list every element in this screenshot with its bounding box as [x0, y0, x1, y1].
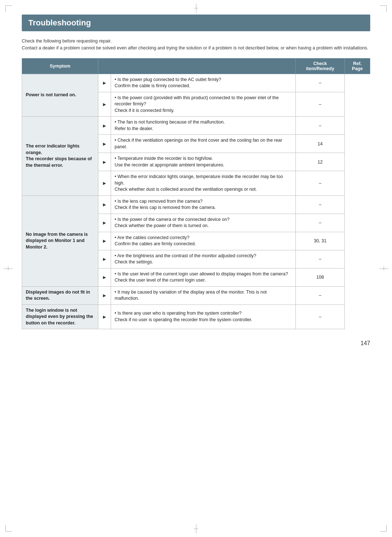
- ref-cell: 30, 31: [295, 232, 344, 250]
- arrow-icon: ►: [98, 195, 111, 214]
- ref-cell: –: [295, 250, 344, 268]
- header-symptom: Symptom: [22, 58, 98, 74]
- ref-cell: –: [295, 304, 344, 329]
- arrow-icon: ►: [98, 268, 111, 286]
- corner-mark-tr: [380, 5, 387, 12]
- table-row: The login window is not displayed even b…: [22, 304, 370, 329]
- ref-cell: 14: [295, 135, 344, 153]
- ref-cell: –: [295, 92, 344, 117]
- symptom-cell-3: Displayed images do not fit in the scree…: [22, 286, 98, 304]
- table-row: Displayed images do not fit in the scree…: [22, 286, 370, 304]
- play-right-icon: ►: [102, 314, 107, 320]
- corner-mark-tl: [5, 5, 12, 12]
- arrow-icon: ►: [98, 214, 111, 232]
- remedy-cell: • Check if the ventilation openings on t…: [111, 135, 295, 153]
- left-center-mark: [4, 266, 13, 271]
- play-right-icon: ►: [102, 256, 107, 262]
- ref-cell: –: [295, 195, 344, 214]
- ref-cell: 12: [295, 153, 344, 171]
- play-right-icon: ►: [102, 101, 107, 107]
- remedy-cell: • When the error indicator lights orange…: [111, 171, 295, 196]
- top-center-mark: [194, 4, 198, 13]
- play-right-icon: ►: [102, 202, 107, 207]
- remedy-cell: • Temperature inside the recorder is too…: [111, 153, 295, 171]
- play-right-icon: ►: [102, 123, 107, 129]
- intro-block: Check the following before requesting re…: [22, 38, 370, 52]
- play-right-icon: ►: [102, 292, 107, 298]
- ref-cell: –: [295, 74, 344, 92]
- remedy-cell: • Is the lens cap removed from the camer…: [111, 195, 295, 214]
- table-row: No image from the camera is displayed on…: [22, 195, 370, 214]
- right-center-mark: [379, 266, 388, 271]
- arrow-icon: ►: [98, 135, 111, 153]
- table-row: The error indicator lights orange.The re…: [22, 117, 370, 135]
- remedy-cell: • It may be caused by variation of the d…: [111, 286, 295, 304]
- arrow-icon: ►: [98, 232, 111, 250]
- remedy-cell: • Is the user level of the current login…: [111, 268, 295, 286]
- symptom-cell-0: Power is not turned on.: [22, 74, 98, 117]
- play-right-icon: ►: [102, 141, 107, 147]
- remedy-cell: • Is the power plug connected to the AC …: [111, 74, 295, 92]
- ref-cell: –: [295, 214, 344, 232]
- ref-cell: 108: [295, 268, 344, 286]
- play-right-icon: ►: [102, 80, 107, 86]
- intro-line1: Check the following before requesting re…: [22, 38, 370, 45]
- ref-cell: –: [295, 117, 344, 135]
- bottom-center-mark: [194, 524, 198, 533]
- table-row: Power is not turned on.►• Is the power p…: [22, 74, 370, 92]
- play-right-icon: ►: [102, 180, 107, 186]
- troubleshooting-table: Symptom Check item/Remedy Ref. Page Powe…: [22, 58, 370, 330]
- page-number: 147: [22, 340, 370, 347]
- play-right-icon: ►: [102, 238, 107, 244]
- arrow-icon: ►: [98, 74, 111, 92]
- arrow-icon: ►: [98, 304, 111, 329]
- header-arrow-spacer: [98, 58, 296, 74]
- arrow-icon: ►: [98, 171, 111, 196]
- header-ref: Ref. Page: [345, 58, 370, 74]
- arrow-icon: ►: [98, 92, 111, 117]
- remedy-cell: • Is the power cord (provided with this …: [111, 92, 295, 117]
- remedy-cell: • Is the power of the camera or the conn…: [111, 214, 295, 232]
- ref-cell: –: [295, 286, 344, 304]
- arrow-icon: ►: [98, 286, 111, 304]
- ref-cell: –: [295, 171, 344, 196]
- play-right-icon: ►: [102, 159, 107, 165]
- symptom-cell-1: The error indicator lights orange.The re…: [22, 117, 98, 196]
- corner-mark-br: [380, 525, 387, 532]
- intro-line2: Contact a dealer if a problem cannot be …: [22, 45, 370, 52]
- arrow-icon: ►: [98, 153, 111, 171]
- symptom-cell-2: No image from the camera is displayed on…: [22, 195, 98, 286]
- corner-mark-bl: [5, 525, 12, 532]
- remedy-cell: • The fan is not functioning because of …: [111, 117, 295, 135]
- play-right-icon: ►: [102, 220, 107, 226]
- remedy-cell: • Are the brightness and the contrast of…: [111, 250, 295, 268]
- symptom-cell-4: The login window is not displayed even b…: [22, 304, 98, 329]
- arrow-icon: ►: [98, 117, 111, 135]
- remedy-cell: • Are the cables connected correctly? Co…: [111, 232, 295, 250]
- play-right-icon: ►: [102, 274, 107, 280]
- arrow-icon: ►: [98, 250, 111, 268]
- page-title: Troubleshooting: [22, 15, 370, 31]
- remedy-cell: • Is there any user who is operating fro…: [111, 304, 295, 329]
- header-remedy: Check item/Remedy: [295, 58, 344, 74]
